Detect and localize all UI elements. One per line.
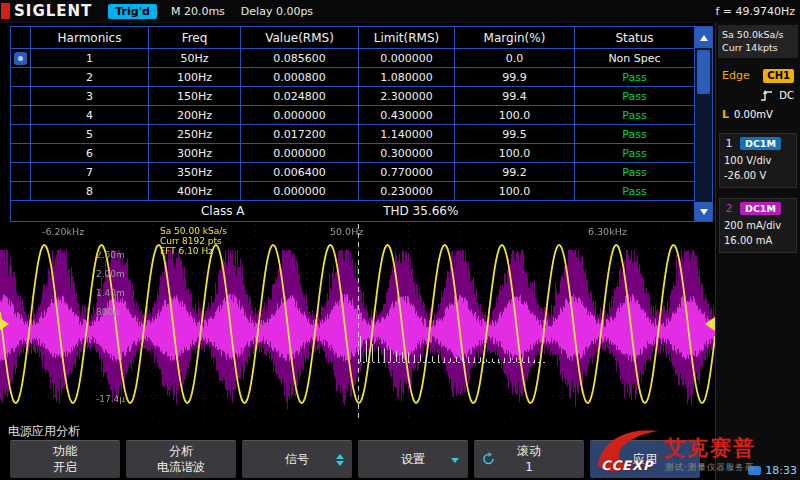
fft-scale-label: 2.60m [96, 250, 125, 260]
channel2-offset: 16.00 mA [724, 233, 792, 249]
table-cell[interactable]: 3 [31, 87, 149, 106]
softkey-label: 滚动 [517, 444, 541, 460]
fft-scale-label: 800µ [96, 307, 119, 317]
row-selection-cell[interactable] [11, 68, 31, 87]
table-cell[interactable]: 0.000000 [359, 49, 455, 68]
trigger-source-badge: CH1 [763, 69, 794, 83]
timebase-readout: M 20.0ms [171, 5, 225, 18]
table-cell[interactable]: Non Spec [575, 49, 694, 68]
table-cell[interactable]: Pass [575, 144, 694, 163]
column-header: Limit(RMS) [359, 27, 455, 49]
table-cell[interactable]: 0.300000 [359, 144, 455, 163]
table-cell[interactable]: 99.4 [455, 87, 575, 106]
table-cell[interactable]: 0.017200 [241, 125, 359, 144]
table-cell[interactable]: Pass [575, 163, 694, 182]
row-selection-cell[interactable] [11, 125, 31, 144]
table-cell[interactable]: 5 [31, 125, 149, 144]
row-selection-cell[interactable] [11, 144, 31, 163]
row-selection-cell[interactable] [11, 49, 31, 68]
row-selection-cell[interactable] [11, 182, 31, 201]
trigger-info-box[interactable]: Edge CH1 DC L 0.00mV [719, 67, 797, 123]
row-selection-cell[interactable] [11, 87, 31, 106]
table-cell[interactable]: 0.085600 [241, 49, 359, 68]
channel1-coupling-badge: DC1M [740, 137, 781, 150]
channel2-number: 2 [724, 202, 734, 215]
corner-accent [1, 3, 10, 19]
row-selection-cell[interactable] [11, 163, 31, 182]
table-cell[interactable]: 0.430000 [359, 106, 455, 125]
table-cell[interactable]: 100Hz [149, 68, 241, 87]
table-cell[interactable]: 1 [31, 49, 149, 68]
table-cell[interactable]: 0.000000 [241, 182, 359, 201]
table-cell[interactable]: 6 [31, 144, 149, 163]
table-cell[interactable]: 2 [31, 68, 149, 87]
trigger-level-icon: L [722, 108, 729, 121]
softkey-label: 分析 [169, 444, 193, 460]
table-scrollbar[interactable] [694, 27, 712, 221]
channel2-info-box[interactable]: 2 DC1M 200 mA/div 16.00 mA [719, 198, 797, 253]
scroll-track[interactable] [695, 48, 712, 202]
table-cell[interactable]: 1.080000 [359, 68, 455, 87]
table-cell[interactable]: 0.000800 [241, 68, 359, 87]
acquisition-info: Sa 50.0kSa/s Curr 14kpts [718, 25, 798, 58]
table-cell[interactable]: 1.140000 [359, 125, 455, 144]
table-cell[interactable]: 150Hz [149, 87, 241, 106]
table-cell[interactable]: 0.024800 [241, 87, 359, 106]
softkey-label: 应用 [633, 452, 657, 468]
table-cell[interactable]: 200Hz [149, 106, 241, 125]
softkey-sublabel: 开启 [53, 460, 77, 476]
scope-points: Curr 8192 pts [160, 237, 222, 246]
softkey-settings[interactable]: 设置 [358, 440, 468, 478]
memory-depth: Curr 14kpts [722, 41, 794, 54]
softkey-label: 设置 [401, 452, 425, 468]
table-cell[interactable]: 100.0 [455, 106, 575, 125]
table-cell[interactable]: 250Hz [149, 125, 241, 144]
softkey-sublabel: 1 [525, 460, 533, 476]
table-cell[interactable]: Pass [575, 68, 694, 87]
softkey-apply[interactable]: 应用 [590, 440, 700, 478]
table-cell[interactable]: Pass [575, 87, 694, 106]
table-cell[interactable]: 50Hz [149, 49, 241, 68]
softkey-signal[interactable]: 信号 [242, 440, 352, 478]
table-cell[interactable]: 100.0 [455, 182, 575, 201]
softkey-scroll[interactable]: 滚动1 [474, 440, 584, 478]
table-cell[interactable]: 99.9 [455, 68, 575, 87]
selection-column-header [11, 27, 31, 49]
table-cell[interactable]: 300Hz [149, 144, 241, 163]
column-header: Value(RMS) [241, 27, 359, 49]
table-cell[interactable]: 4 [31, 106, 149, 125]
channel1-info-box[interactable]: 1 DC1M 100 V/div -26.00 V [719, 133, 797, 188]
column-header: Harmonics [31, 27, 149, 49]
table-cell[interactable]: 8 [31, 182, 149, 201]
table-cell[interactable]: 0.000000 [241, 144, 359, 163]
table-cell[interactable]: 350Hz [149, 163, 241, 182]
table-cell[interactable]: 0.000000 [241, 106, 359, 125]
brand-logo: SIGLENT [14, 2, 92, 20]
table-cell[interactable]: 400Hz [149, 182, 241, 201]
column-header: Status [575, 27, 694, 49]
table-cell[interactable]: 2.300000 [359, 87, 455, 106]
row-selection-cell[interactable] [11, 106, 31, 125]
table-cell[interactable]: 0.0 [455, 49, 575, 68]
table-cell[interactable]: 99.2 [455, 163, 575, 182]
table-cell[interactable]: Pass [575, 106, 694, 125]
channel1-scale: 100 V/div [724, 153, 792, 169]
table-cell[interactable]: 99.5 [455, 125, 575, 144]
table-cell[interactable]: Pass [575, 125, 694, 144]
trigger-type: Edge [722, 69, 750, 82]
scroll-down-button[interactable] [695, 202, 712, 221]
trigger-level-marker[interactable] [705, 317, 715, 331]
table-cell[interactable]: 100.0 [455, 144, 575, 163]
scroll-thumb[interactable] [697, 50, 710, 94]
settings-dropdown-icon [451, 458, 459, 463]
softkey-analysis[interactable]: 分析电流谐波 [126, 440, 236, 478]
table-footer: Class ATHD 35.66% [11, 201, 694, 221]
table-cell[interactable]: 0.770000 [359, 163, 455, 182]
table-cell[interactable]: 0.006400 [241, 163, 359, 182]
scroll-up-button[interactable] [695, 27, 712, 48]
table-cell[interactable]: 7 [31, 163, 149, 182]
table-cell[interactable]: 0.230000 [359, 182, 455, 201]
softkey-function[interactable]: 功能开启 [10, 440, 120, 478]
table-cell[interactable]: Pass [575, 182, 694, 201]
ch1-position-marker[interactable] [0, 318, 9, 330]
